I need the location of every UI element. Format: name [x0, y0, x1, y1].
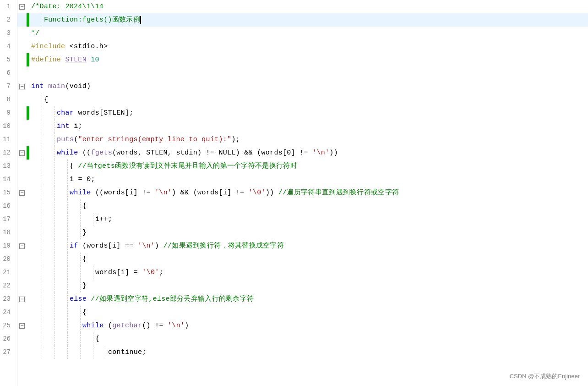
- fold-minus-icon[interactable]: −: [19, 190, 25, 196]
- token-1-0: /*: [31, 3, 40, 11]
- indent-guide: [55, 186, 68, 199]
- code-line-18: }: [17, 226, 588, 239]
- indent-guide: [29, 13, 42, 27]
- code-text-19: if (words[i] == '\n') //如果遇到换行符，将其替换成空字符: [68, 239, 284, 253]
- line-number-5: 5: [2, 53, 13, 66]
- code-text-9: char words[STLEN];: [55, 106, 133, 120]
- code-line-21: words[i] = '\0';: [17, 266, 588, 279]
- code-line-1: −/*Date: 2024\1\14: [17, 0, 588, 13]
- cursor: [140, 16, 141, 24]
- code-line-7: −int main(void): [17, 80, 588, 93]
- fold-minus-icon[interactable]: −: [19, 297, 25, 302]
- fold-gutter-15[interactable]: −: [17, 186, 27, 199]
- indent-guide: [29, 346, 42, 359]
- fold-minus-icon[interactable]: −: [19, 243, 25, 249]
- fold-gutter-7[interactable]: −: [17, 80, 27, 93]
- token-21-2: ;: [159, 269, 163, 276]
- token-7-0: int: [31, 83, 44, 90]
- fold-minus-icon[interactable]: −: [19, 4, 25, 10]
- indent-guide: [55, 239, 68, 253]
- code-text-12: while ((fgets(words, STLEN, stdin) != NU…: [55, 146, 338, 160]
- fold-gutter-10: [17, 120, 27, 133]
- token-12-4: '\n': [312, 149, 329, 157]
- token-21-1: '\0': [142, 269, 159, 276]
- code-text-17: i++;: [93, 213, 112, 226]
- code-line-12: −while ((fgets(words, STLEN, stdin) != N…: [17, 146, 588, 160]
- code-area: 1234567891011121314151617181920212223242…: [0, 0, 588, 386]
- indent-guide: [68, 332, 81, 346]
- code-text-8: {: [42, 93, 48, 106]
- line-numbers: 1234567891011121314151617181920212223242…: [0, 0, 17, 386]
- fold-gutter-12[interactable]: −: [17, 146, 27, 160]
- fold-gutter-22: [17, 279, 27, 292]
- line-number-21: 21: [2, 266, 13, 279]
- line-number-6: 6: [2, 66, 13, 80]
- code-text-3: */: [29, 27, 40, 40]
- token-10-1: i;: [70, 122, 82, 130]
- token-20-0: {: [82, 255, 87, 263]
- code-text-4: #include <stdio.h>: [29, 40, 108, 53]
- indent-guide: [29, 213, 42, 226]
- fold-gutter-24: [17, 306, 27, 319]
- indent-guide: [42, 346, 55, 359]
- token-25-4: '\n': [168, 322, 185, 330]
- code-text-22: }: [81, 279, 87, 292]
- fold-gutter-19[interactable]: −: [17, 239, 27, 253]
- token-16-0: {: [82, 202, 87, 210]
- fold-minus-icon[interactable]: −: [19, 150, 25, 156]
- code-content[interactable]: −/*Date: 2024\1\14Function:fgets()函数示例*/…: [17, 0, 588, 386]
- token-26-0: {: [95, 335, 99, 343]
- code-text-7: int main(void): [29, 80, 91, 93]
- indent-guide: [42, 146, 55, 160]
- line-number-27: 27: [2, 346, 13, 359]
- code-text-20: {: [81, 253, 87, 266]
- indent-guide: [68, 306, 81, 319]
- token-7-2: main: [48, 83, 65, 90]
- code-line-2: Function:fgets()函数示例: [17, 13, 588, 27]
- fold-gutter-17: [17, 213, 27, 226]
- line-number-10: 10: [2, 120, 13, 133]
- token-15-3: ) && (words[i] !=: [172, 189, 248, 197]
- fold-gutter-16: [17, 199, 27, 213]
- indent-guide: [81, 213, 93, 226]
- fold-minus-icon[interactable]: −: [19, 84, 25, 89]
- token-23-0: else: [70, 295, 87, 303]
- token-11-3: );: [231, 136, 240, 143]
- indent-guide: [42, 332, 55, 346]
- code-line-13: { //当fgets函数没有读到文件末尾并且输入的第一个字符不是换行符时: [17, 160, 588, 173]
- token-15-4: '\0': [249, 189, 266, 197]
- line-number-11: 11: [2, 133, 13, 146]
- code-line-26: {: [17, 332, 588, 346]
- token-5-2: STLEN: [65, 56, 87, 64]
- token-1-1: Date: 2024\1\14: [40, 3, 104, 11]
- fold-gutter-27: [17, 346, 27, 359]
- token-10-0: int: [57, 122, 70, 130]
- indent-guide: [42, 266, 55, 279]
- code-text-21: words[i] = '\0';: [93, 266, 163, 279]
- code-line-20: {: [17, 253, 588, 266]
- line-number-12: 12: [2, 146, 13, 160]
- fold-minus-icon[interactable]: −: [19, 323, 25, 329]
- indent-guide: [29, 306, 42, 319]
- fold-gutter-1[interactable]: −: [17, 0, 27, 13]
- line-number-14: 14: [2, 173, 13, 186]
- fold-gutter-13: [17, 160, 27, 173]
- token-23-1: [87, 295, 91, 303]
- editor-container: 1234567891011121314151617181920212223242…: [0, 0, 588, 386]
- indent-guide: [29, 93, 42, 106]
- code-text-26: {: [93, 332, 99, 346]
- indent-guide: [55, 292, 68, 306]
- code-text-23: else //如果遇到空字符,else部分丢弃输入行的剩余字符: [68, 292, 254, 306]
- line-number-3: 3: [2, 27, 13, 40]
- fold-gutter-3: [17, 27, 27, 40]
- indent-guide: [42, 292, 55, 306]
- indent-guide: [55, 213, 68, 226]
- fold-gutter-23[interactable]: −: [17, 292, 27, 306]
- line-number-8: 8: [2, 93, 13, 106]
- code-text-25: while (getchar() != '\n'): [81, 319, 189, 332]
- line-number-9: 9: [2, 106, 13, 120]
- code-line-10: int i;: [17, 120, 588, 133]
- fold-gutter-25[interactable]: −: [17, 319, 27, 332]
- token-17-0: i++;: [95, 215, 112, 223]
- fold-gutter-14: [17, 173, 27, 186]
